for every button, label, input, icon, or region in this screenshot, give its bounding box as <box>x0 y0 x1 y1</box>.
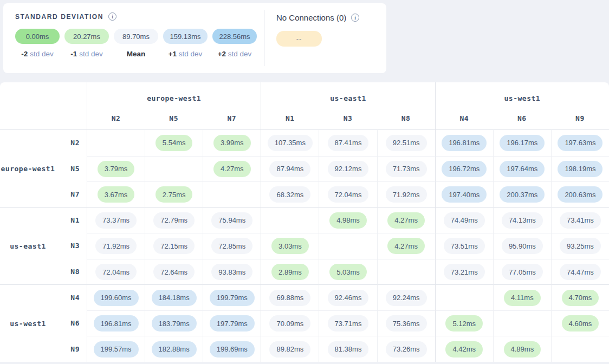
latency-pill[interactable]: 72.15ms <box>153 238 195 254</box>
latency-pill[interactable]: 197.79ms <box>210 315 255 332</box>
latency-pill[interactable]: 2.75ms <box>156 186 193 203</box>
latency-pill[interactable]: 92.46ms <box>328 290 369 306</box>
latency-pill[interactable]: 4.11ms <box>504 290 541 306</box>
latency-pill[interactable]: 74.47ms <box>560 264 601 280</box>
latency-pill[interactable]: 93.83ms <box>211 264 252 280</box>
self-latency-cell <box>87 130 145 156</box>
latency-pill[interactable]: 4.42ms <box>445 341 483 358</box>
self-latency-cell <box>145 156 203 182</box>
latency-pill[interactable]: 199.60ms <box>94 290 139 306</box>
latency-cell: 4.42ms <box>435 336 493 362</box>
latency-pill[interactable]: 107.35ms <box>268 135 313 151</box>
latency-pill[interactable]: 4.60ms <box>562 315 599 332</box>
latency-pill[interactable]: 89.82ms <box>269 341 310 358</box>
latency-pill[interactable]: 92.12ms <box>328 161 369 177</box>
latency-pill[interactable]: 4.98ms <box>329 212 367 229</box>
latency-pill[interactable]: 72.85ms <box>211 238 252 254</box>
latency-pill[interactable]: 70.09ms <box>269 315 310 332</box>
latency-cell: 3.79ms <box>87 156 145 182</box>
latency-pill[interactable]: 5.54ms <box>156 135 193 151</box>
latency-pill[interactable]: 92.24ms <box>386 290 427 306</box>
latency-pill[interactable]: 73.21ms <box>444 264 485 280</box>
latency-cell: 92.46ms <box>319 284 377 310</box>
latency-pill[interactable]: 183.79ms <box>152 315 197 332</box>
latency-cell: 5.54ms <box>145 130 203 156</box>
latency-cell: 74.13ms <box>493 207 551 233</box>
latency-cell: 87.41ms <box>319 130 377 156</box>
latency-cell: 73.37ms <box>87 207 145 233</box>
latency-pill[interactable]: 81.38ms <box>328 341 369 358</box>
latency-pill[interactable]: 71.73ms <box>386 161 427 177</box>
latency-pill[interactable]: 73.37ms <box>95 212 137 229</box>
latency-pill[interactable]: 87.94ms <box>269 161 310 177</box>
latency-pill[interactable]: 4.27ms <box>213 161 251 177</box>
latency-pill[interactable]: 2.89ms <box>271 264 309 280</box>
latency-pill[interactable]: 69.88ms <box>269 290 310 306</box>
std-dev-legend: STANDARD DEVIATION i 0.00ms -2 std dev 2… <box>15 12 257 58</box>
info-icon[interactable]: i <box>108 12 116 21</box>
latency-pill[interactable]: 74.49ms <box>444 212 485 229</box>
latency-pill[interactable]: 72.04ms <box>328 186 369 203</box>
latency-cell: 197.63ms <box>551 130 609 156</box>
info-icon[interactable]: i <box>351 14 359 22</box>
latency-pill[interactable]: 4.27ms <box>387 212 425 229</box>
latency-cell: 183.79ms <box>145 310 203 336</box>
col-node-label: N6 <box>493 107 551 130</box>
latency-cell: 73.26ms <box>377 336 435 362</box>
row-node-label: N7 <box>56 181 87 207</box>
latency-pill[interactable]: 4.27ms <box>387 238 425 254</box>
latency-pill[interactable]: 182.88ms <box>152 341 197 358</box>
latency-pill[interactable]: 68.32ms <box>269 186 310 203</box>
latency-pill[interactable]: 92.51ms <box>386 135 427 151</box>
latency-pill[interactable]: 72.04ms <box>95 264 137 280</box>
latency-pill[interactable]: 77.05ms <box>502 264 543 280</box>
latency-pill[interactable]: 73.41ms <box>560 212 601 229</box>
self-latency-cell <box>551 336 609 362</box>
latency-pill[interactable]: 74.13ms <box>502 212 543 229</box>
latency-pill[interactable]: 93.25ms <box>560 238 601 254</box>
latency-pill[interactable]: 184.18ms <box>152 290 197 306</box>
latency-pill[interactable]: 72.64ms <box>153 264 195 280</box>
latency-pill[interactable]: 196.81ms <box>442 135 487 151</box>
latency-pill[interactable]: 199.69ms <box>210 341 255 358</box>
latency-pill[interactable]: 5.03ms <box>329 264 367 280</box>
latency-pill[interactable]: 3.03ms <box>271 238 309 254</box>
latency-pill[interactable]: 3.99ms <box>213 135 251 151</box>
latency-pill[interactable]: 196.81ms <box>94 315 139 332</box>
latency-pill[interactable]: 196.17ms <box>500 135 545 151</box>
latency-pill[interactable]: 75.94ms <box>211 212 252 229</box>
latency-pill[interactable]: 71.92ms <box>95 238 137 254</box>
latency-pill[interactable]: 4.89ms <box>504 341 541 358</box>
latency-pill[interactable]: 72.79ms <box>153 212 195 229</box>
latency-pill[interactable]: 73.26ms <box>386 341 427 358</box>
latency-pill[interactable]: 71.92ms <box>386 186 427 203</box>
latency-cell: 199.69ms <box>203 336 261 362</box>
latency-pill[interactable]: 3.79ms <box>98 161 135 177</box>
latency-pill[interactable]: 197.40ms <box>442 186 487 203</box>
latency-pill[interactable]: 95.90ms <box>502 238 543 254</box>
latency-cell: 4.89ms <box>493 336 551 362</box>
latency-pill[interactable]: 199.79ms <box>210 290 255 306</box>
latency-pill[interactable]: 200.37ms <box>500 186 545 203</box>
legend-divider <box>264 10 264 66</box>
latency-pill[interactable]: 73.71ms <box>328 315 369 332</box>
latency-pill[interactable]: 197.64ms <box>500 161 545 177</box>
latency-pill[interactable]: 4.70ms <box>562 290 599 306</box>
latency-pill[interactable]: 87.41ms <box>328 135 369 151</box>
latency-cell: 4.98ms <box>319 207 377 233</box>
latency-pill[interactable]: 199.57ms <box>94 341 139 358</box>
latency-cell: 73.51ms <box>435 233 493 259</box>
latency-cell: 184.18ms <box>145 284 203 310</box>
latency-pill[interactable]: 75.36ms <box>386 315 427 332</box>
latency-pill[interactable]: 73.51ms <box>444 238 485 254</box>
legend-item: 228.56ms +2 std dev <box>212 29 257 58</box>
latency-pill[interactable]: 196.72ms <box>442 161 487 177</box>
col-group-label: us-west1 <box>435 82 609 107</box>
latency-cell: 196.81ms <box>435 130 493 156</box>
latency-pill[interactable]: 3.67ms <box>98 186 135 203</box>
col-group-label: us-east1 <box>261 82 435 107</box>
latency-pill[interactable]: 198.19ms <box>558 161 602 177</box>
latency-pill[interactable]: 5.12ms <box>445 315 483 332</box>
latency-pill[interactable]: 197.63ms <box>558 135 602 151</box>
latency-pill[interactable]: 200.63ms <box>558 186 602 203</box>
